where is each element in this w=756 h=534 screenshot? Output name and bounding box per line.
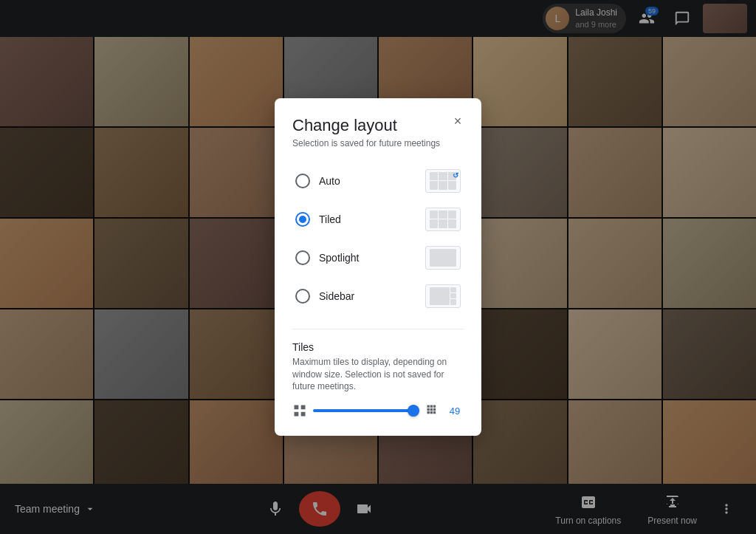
radio-spotlight <box>295 250 310 265</box>
layout-label-auto: Auto <box>319 175 340 187</box>
layout-option-spotlight[interactable]: Spotlight <box>292 240 464 275</box>
layout-label-sidebar: Sidebar <box>319 290 354 302</box>
layout-option-auto[interactable]: Auto ↺ <box>292 163 464 199</box>
layout-label-spotlight: Spotlight <box>319 252 359 264</box>
change-layout-dialog: Change layout Selection is saved for fut… <box>275 98 481 436</box>
tiles-description: Maximum tiles to display, depending on w… <box>292 356 464 393</box>
layout-preview-auto: ↺ <box>425 169 461 193</box>
tiles-min-icon <box>292 403 307 418</box>
tiles-slider[interactable] <box>313 403 419 418</box>
layout-preview-tiled <box>425 208 461 231</box>
radio-auto <box>295 174 310 188</box>
layout-preview-sidebar <box>425 284 461 308</box>
layout-options: Auto ↺ <box>292 163 464 314</box>
tiles-title: Tiles <box>292 341 464 353</box>
tiles-max-icon <box>425 403 440 418</box>
tiles-slider-row: 49 <box>292 403 464 418</box>
tiles-value: 49 <box>446 405 464 417</box>
dialog-subtitle: Selection is saved for future meetings <box>292 138 464 148</box>
radio-tiled <box>295 212 310 227</box>
dialog-title: Change layout <box>292 116 464 135</box>
radio-sidebar <box>295 289 310 304</box>
close-dialog-button[interactable]: × <box>446 110 470 134</box>
dialog-overlay: Change layout Selection is saved for fut… <box>0 0 756 534</box>
layout-label-tiled: Tiled <box>319 213 341 225</box>
layout-preview-spotlight <box>425 246 461 270</box>
tiles-section: Tiles Maximum tiles to display, dependin… <box>292 329 464 418</box>
layout-option-tiled[interactable]: Tiled <box>292 202 464 237</box>
layout-option-sidebar[interactable]: Sidebar <box>292 278 464 314</box>
